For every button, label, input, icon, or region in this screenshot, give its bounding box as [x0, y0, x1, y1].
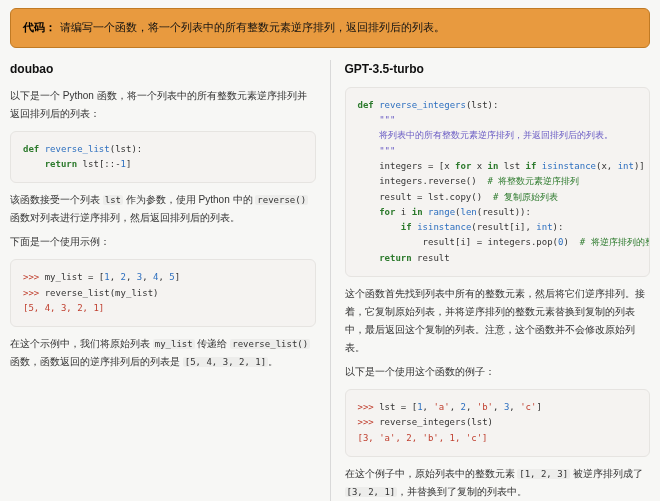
left-example-intro: 下面是一个使用示例： [10, 233, 316, 251]
right-model-name: GPT-3.5-turbo [345, 60, 651, 79]
right-closing: 在这个例子中，原始列表中的整数元素 [1, 2, 3] 被逆序排列成了 [3, … [345, 465, 651, 501]
answer-columns: doubao 以下是一个 Python 函数，将一个列表中的所有整数元素逆序排列… [10, 60, 650, 501]
left-intro: 以下是一个 Python 函数，将一个列表中的所有整数元素逆序排列并返回排列后的… [10, 87, 316, 123]
left-explain-1: 该函数接受一个列表 lst 作为参数，使用 Python 中的 reverse(… [10, 191, 316, 227]
inline-code-reverse: reverse() [255, 195, 308, 205]
inline-code-lst: lst [103, 195, 123, 205]
left-column: doubao 以下是一个 Python 函数，将一个列表中的所有整数元素逆序排列… [10, 60, 316, 501]
left-closing: 在这个示例中，我们将原始列表 my_list 传递给 reverse_list(… [10, 335, 316, 371]
right-example-intro: 以下是一个使用这个函数的例子： [345, 363, 651, 381]
prompt-label: 代码： [23, 21, 56, 33]
inline-code-in: [1, 2, 3] [517, 469, 570, 479]
column-divider [330, 60, 331, 501]
prompt-text: 请编写一个函数，将一个列表中的所有整数元素逆序排列，返回排列后的列表。 [60, 21, 445, 33]
inline-code-reverselist: reverse_list() [230, 339, 310, 349]
inline-code-out: [3, 2, 1] [345, 487, 398, 497]
left-model-name: doubao [10, 60, 316, 79]
right-explain: 这个函数首先找到列表中所有的整数元素，然后将它们逆序排列。接着，它复制原始列表，… [345, 285, 651, 357]
left-code-block-2: >>> my_list = [1, 2, 3, 4, 5] >>> revers… [10, 259, 316, 327]
right-code-block-1: def reverse_integers(lst): """ 将列表中的所有整数… [345, 87, 651, 277]
left-code-block-1: def reverse_list(lst): return lst[::-1] [10, 131, 316, 184]
inline-code-output: [5, 4, 3, 2, 1] [183, 357, 268, 367]
inline-code-mylist: my_list [153, 339, 195, 349]
right-code-block-2: >>> lst = [1, 'a', 2, 'b', 3, 'c'] >>> r… [345, 389, 651, 457]
right-column: GPT-3.5-turbo def reverse_integers(lst):… [345, 60, 651, 501]
prompt-banner: 代码：请编写一个函数，将一个列表中的所有整数元素逆序排列，返回排列后的列表。 [10, 8, 650, 48]
